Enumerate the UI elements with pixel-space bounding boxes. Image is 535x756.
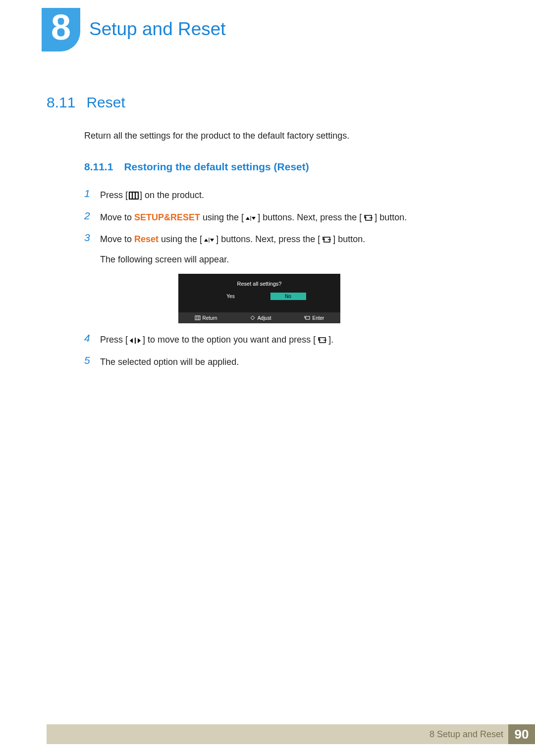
enter-icon (363, 214, 374, 222)
step-2: 2 Move to SETUP&RESET using the [] butto… (84, 210, 505, 225)
text: Press [ (100, 190, 128, 200)
osd-screenshot: Reset all settings? Yes No Return Adjust… (178, 274, 340, 323)
osd-title: Reset all settings? (178, 274, 340, 287)
text: Move to (100, 212, 134, 222)
emphasis: SETUP&RESET (134, 212, 200, 222)
text: ]. (328, 335, 333, 345)
subsection-number: 8.11.1 (84, 161, 113, 173)
osd-options: Yes No (178, 293, 340, 300)
text: ] buttons. Next, press the [ (216, 234, 320, 244)
step-number: 4 (84, 332, 91, 344)
text: ] buttons. Next, press the [ (258, 212, 362, 222)
step-text: Press [] on the product. (100, 188, 204, 203)
text: Press [ (100, 335, 128, 345)
step-text: Press [] to move to the option you want … (100, 332, 333, 348)
osd-option-yes: Yes (213, 293, 249, 300)
left-right-icon (129, 337, 142, 344)
up-down-icon (245, 215, 257, 222)
step-text: The selected option will be applied. (100, 354, 239, 370)
svg-rect-7 (195, 316, 200, 320)
step-number: 2 (84, 210, 91, 222)
chapter-badge: 8 (42, 8, 80, 51)
svg-rect-10 (306, 316, 310, 319)
step-4: 4 Press [] to move to the option you wan… (84, 332, 505, 348)
osd-adjust: Adjust (250, 315, 271, 321)
text: ] button. (374, 212, 407, 222)
osd-return: Return (195, 315, 217, 321)
step-3: 3 Move to Reset using the [] buttons. Ne… (84, 232, 505, 267)
step-number: 1 (84, 188, 91, 200)
section-number: 8.11 (47, 94, 75, 111)
text: Enter (313, 315, 324, 321)
menu-icon (129, 192, 139, 200)
text: ] on the product. (140, 190, 204, 200)
chapter-number: 8 (51, 9, 71, 45)
step-number: 3 (84, 232, 91, 244)
svg-rect-0 (129, 192, 138, 199)
enter-icon (321, 236, 332, 244)
step-5: 5 The selected option will be applied. (84, 354, 505, 370)
adjust-icon (250, 315, 256, 320)
text: Adjust (258, 315, 271, 321)
steps-list: 1 Press [] on the product. 2 Move to SET… (84, 188, 505, 370)
text: using the [ (159, 234, 202, 244)
section-description: Return all the settings for the product … (84, 131, 505, 141)
text: ] button. (333, 234, 365, 244)
emphasis: Reset (134, 234, 159, 244)
subsection-title: Restoring the default settings (Reset) (124, 161, 309, 173)
section-heading: 8.11 Reset (47, 94, 505, 111)
text: Move to (100, 234, 134, 244)
step-1: 1 Press [] on the product. (84, 188, 505, 203)
subsection-heading: 8.11.1 Restoring the default settings (R… (84, 161, 505, 173)
osd-enter: Enter (304, 315, 324, 321)
step-text: Move to Reset using the [] buttons. Next… (100, 232, 365, 267)
osd-option-no: No (270, 293, 306, 300)
osd-bottom-bar: Return Adjust Enter (178, 312, 340, 323)
up-down-icon (203, 237, 215, 244)
footer-page-number: 90 (508, 724, 535, 744)
chapter-title: Setup and Reset (89, 19, 226, 40)
section-title: Reset (86, 94, 125, 111)
enter-icon (304, 315, 311, 320)
footer-chapter-title: 8 Setup and Reset (429, 729, 503, 740)
text: using the [ (200, 212, 244, 222)
step-text: Move to SETUP&RESET using the [] buttons… (100, 210, 407, 225)
enter-icon (317, 336, 327, 344)
content-area: 8.11 Reset Return all the settings for t… (47, 94, 505, 377)
footer: 8 Setup and Reset 90 (47, 724, 535, 744)
text: The following screen will appear. (100, 254, 229, 264)
menu-icon (195, 315, 201, 320)
text: ] to move to the option you want and pre… (143, 335, 316, 345)
text: Return (203, 315, 217, 321)
step-number: 5 (84, 354, 91, 366)
